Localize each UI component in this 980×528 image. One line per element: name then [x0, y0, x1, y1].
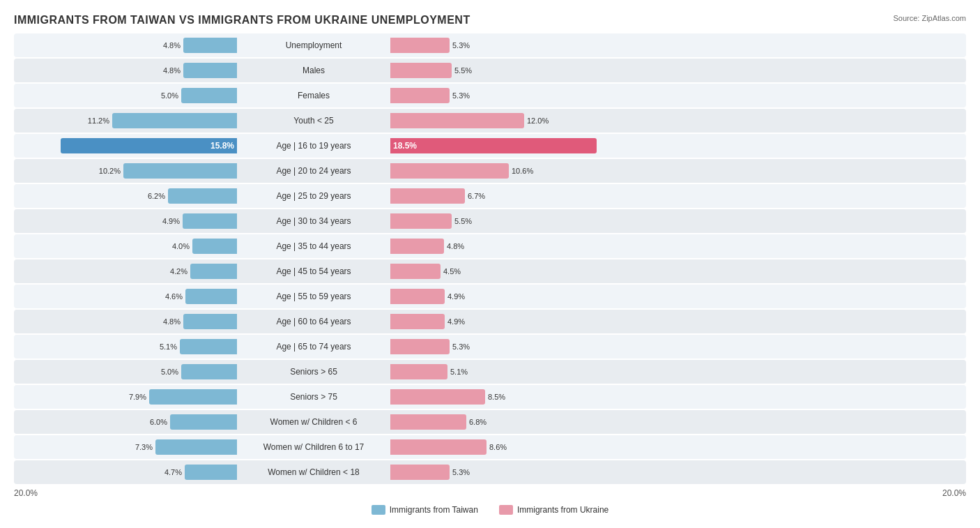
left-value-label: 5.0%	[161, 368, 178, 376]
left-value-label: 7.9%	[129, 393, 146, 401]
center-label: Age | 35 to 44 years	[237, 241, 390, 251]
left-value-label: 5.1%	[160, 342, 177, 351]
left-value-label: 6.0%	[150, 418, 167, 426]
center-label: Age | 55 to 59 years	[237, 292, 390, 301]
left-value-label: 4.7%	[164, 468, 182, 476]
bar-blue	[155, 439, 237, 455]
left-value-label: 4.8%	[163, 66, 181, 75]
chart-area: 4.8%Unemployment5.3%4.8%Males5.5%5.0%Fem…	[14, 33, 966, 484]
left-value-label: 7.3%	[135, 443, 153, 451]
right-value-label: 5.3%	[452, 91, 470, 100]
center-label: Women w/ Children 6 to 17	[237, 442, 390, 452]
center-label: Age | 20 to 24 years	[237, 166, 390, 176]
left-value-label: 5.0%	[161, 91, 178, 100]
center-label: Age | 45 to 54 years	[237, 266, 390, 276]
bar-row: 4.8%Age | 60 to 64 years4.9%	[14, 310, 966, 333]
left-value-label: 4.0%	[172, 242, 190, 250]
bar-pink	[390, 414, 466, 430]
center-label: Age | 60 to 64 years	[237, 317, 390, 326]
left-section: 4.0%	[14, 239, 237, 254]
center-label: Females	[237, 91, 390, 100]
center-label: Age | 16 to 19 years	[237, 141, 390, 151]
left-section: 6.0%	[14, 414, 237, 430]
right-section: 5.1%	[390, 364, 613, 379]
bar-pink	[390, 465, 450, 480]
right-value-label: 4.8%	[447, 242, 464, 250]
bar-row: 15.8%15.8%Age | 16 to 19 years18.5%18.5%	[14, 134, 966, 158]
left-section: 4.8%	[14, 314, 237, 329]
right-value-label: 4.9%	[447, 317, 465, 326]
right-value-label: 10.6%	[512, 167, 533, 175]
center-label: Males	[237, 66, 390, 75]
left-value-label: 4.8%	[163, 41, 181, 50]
left-section: 7.3%	[14, 439, 237, 455]
bar-row: 4.6%Age | 55 to 59 years4.9%	[14, 285, 966, 308]
bar-pink	[390, 63, 452, 78]
right-section: 4.8%	[390, 239, 613, 254]
left-section: 5.0%	[14, 364, 237, 379]
left-value-label: 11.2%	[88, 116, 109, 125]
chart-container: IMMIGRANTS FROM TAIWAN VS IMMIGRANTS FRO…	[14, 14, 966, 515]
left-section: 4.8%	[14, 38, 237, 53]
bar-pink	[390, 113, 524, 128]
center-label: Women w/ Children < 18	[237, 467, 390, 477]
bar-blue	[183, 38, 237, 53]
right-section: 6.8%	[390, 414, 613, 430]
left-section: 11.2%	[14, 113, 237, 128]
bar-blue	[183, 314, 237, 329]
bar-row: 6.0%Women w/ Children < 66.8%	[14, 410, 966, 434]
center-label: Seniors > 65	[237, 367, 390, 377]
bar-row: 4.2%Age | 45 to 54 years4.5%	[14, 259, 966, 283]
legend-swatch-pink	[499, 505, 513, 515]
bar-blue	[168, 188, 237, 204]
bar-blue	[192, 239, 237, 254]
right-section: 5.5%	[390, 63, 613, 78]
right-section: 8.5%	[390, 389, 613, 405]
center-label: Age | 25 to 29 years	[237, 191, 390, 201]
right-section: 18.5%18.5%	[390, 138, 613, 153]
right-value-label: 6.7%	[468, 192, 485, 200]
center-label: Youth < 25	[237, 116, 390, 126]
right-inner-label: 18.5%	[393, 141, 417, 151]
bar-row: 5.0%Females5.3%	[14, 84, 966, 107]
left-section: 4.6%	[14, 289, 237, 304]
left-section: 4.2%	[14, 264, 237, 279]
bar-blue	[181, 88, 237, 103]
bar-pink: 18.5%	[390, 138, 597, 153]
left-inner-label: 15.8%	[210, 141, 234, 151]
bar-row: 4.7%Women w/ Children < 185.3%	[14, 460, 966, 484]
bar-pink	[390, 314, 445, 329]
left-value-label: 4.2%	[170, 267, 187, 276]
bar-pink	[390, 289, 445, 304]
bar-pink	[390, 389, 485, 405]
right-section: 5.5%	[390, 213, 613, 229]
right-value-label: 12.0%	[527, 116, 549, 125]
right-section: 4.5%	[390, 264, 613, 279]
right-section: 6.7%	[390, 188, 613, 204]
legend-item-taiwan: Immigrants from Taiwan	[372, 505, 478, 515]
left-section: 4.9%	[14, 213, 237, 229]
bar-pink	[390, 339, 450, 354]
left-value-label: 4.9%	[162, 217, 180, 225]
right-value-label: 8.5%	[488, 393, 505, 401]
bar-blue: 15.8%	[61, 138, 237, 153]
right-value-label: 5.5%	[454, 66, 472, 75]
bar-blue	[181, 364, 237, 379]
bar-blue	[185, 289, 237, 304]
bar-blue	[112, 113, 237, 128]
legend-item-ukraine: Immigrants from Ukraine	[499, 505, 608, 515]
right-section: 5.3%	[390, 38, 613, 53]
right-value-label: 5.5%	[454, 217, 472, 225]
right-value-label: 5.3%	[452, 468, 470, 476]
right-value-label: 5.1%	[450, 368, 468, 376]
bar-blue	[180, 339, 237, 354]
right-section: 5.3%	[390, 465, 613, 480]
left-section: 6.2%	[14, 188, 237, 204]
legend-swatch-blue	[372, 505, 385, 515]
bar-row: 4.9%Age | 30 to 34 years5.5%	[14, 209, 966, 233]
legend-label-ukraine: Immigrants from Ukraine	[517, 505, 608, 515]
bar-pink	[390, 163, 509, 179]
bar-blue	[190, 264, 237, 279]
right-value-label: 8.6%	[489, 443, 507, 451]
center-label: Seniors > 75	[237, 392, 390, 402]
